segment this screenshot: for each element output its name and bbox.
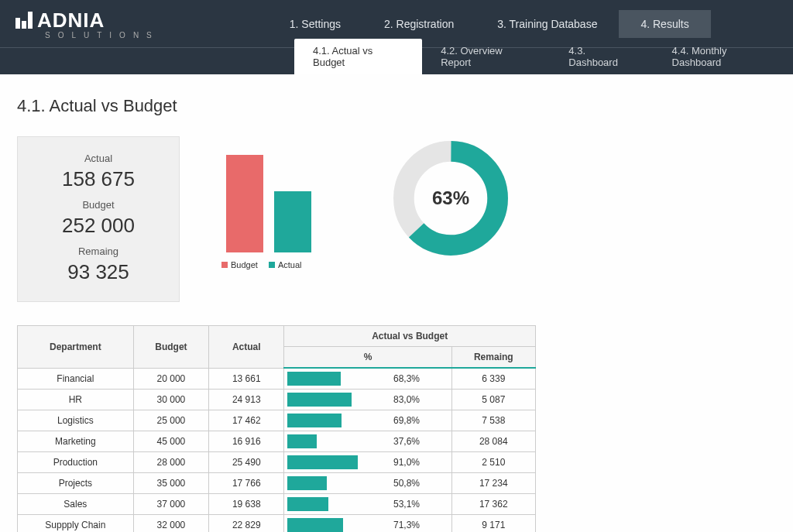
main-nav: 1. Settings 2. Registration 3. Training … bbox=[268, 10, 711, 38]
sub-nav: 4.1. Actual vs Budget 4.2. Overview Repo… bbox=[0, 48, 793, 74]
bar-budget bbox=[226, 155, 263, 252]
cell-budget: 32 000 bbox=[133, 515, 208, 533]
budget-label: Budget bbox=[18, 199, 179, 211]
cell-pct: 53,1% bbox=[284, 494, 451, 515]
donut-label: 63% bbox=[432, 187, 469, 209]
cell-remaining: 17 362 bbox=[451, 494, 535, 515]
th-pct: % bbox=[284, 347, 451, 369]
cell-actual: 17 766 bbox=[209, 473, 284, 494]
cell-budget: 30 000 bbox=[133, 390, 208, 410]
cell-pct: 50,8% bbox=[284, 473, 451, 494]
cell-remaining: 6 339 bbox=[451, 368, 535, 390]
table-row: Projects35 00017 76650,8%17 234 bbox=[18, 473, 536, 494]
cell-department: Projects bbox=[18, 473, 134, 494]
legend-swatch-budget bbox=[221, 262, 228, 268]
th-avb: Actual vs Budget bbox=[284, 326, 536, 347]
cell-remaining: 7 538 bbox=[451, 410, 535, 431]
cell-pct: 68,3% bbox=[284, 368, 451, 390]
cell-department: HR bbox=[18, 390, 134, 410]
logo-subtitle: SOLUTIONS bbox=[45, 31, 160, 39]
cell-pct: 71,3% bbox=[284, 515, 451, 533]
tab-dashboard[interactable]: 4.3. Dashboard bbox=[550, 39, 653, 74]
cell-department: Suppply Chain bbox=[18, 515, 134, 533]
actual-label: Actual bbox=[18, 153, 179, 164]
bar-chart: Budget Actual bbox=[203, 136, 358, 269]
table-row: Production28 00025 49091,0%2 510 bbox=[18, 452, 536, 473]
legend-budget-label: Budget bbox=[231, 260, 258, 269]
cell-pct: 91,0% bbox=[284, 452, 451, 473]
table-row: Sales37 00019 63853,1%17 362 bbox=[18, 494, 536, 515]
legend-budget: Budget bbox=[221, 260, 258, 269]
cell-department: Production bbox=[18, 452, 134, 473]
legend-actual: Actual bbox=[269, 260, 302, 269]
nav-training-database[interactable]: 3. Training Database bbox=[475, 10, 619, 38]
logo: ADNIA SOLUTIONS bbox=[15, 9, 160, 39]
cell-actual: 16 916 bbox=[209, 431, 284, 452]
table-row: Logistics25 00017 46269,8%7 538 bbox=[18, 410, 536, 431]
budget-value: 252 000 bbox=[18, 214, 179, 238]
cell-budget: 28 000 bbox=[133, 452, 208, 473]
logo-icon bbox=[15, 12, 33, 29]
cell-budget: 20 000 bbox=[133, 368, 208, 390]
remaining-label: Remaing bbox=[18, 245, 179, 257]
table-row: Marketing45 00016 91637,6%28 084 bbox=[18, 431, 536, 452]
cell-pct: 69,8% bbox=[284, 410, 451, 431]
page-title: 4.1. Actual vs Budget bbox=[17, 96, 776, 116]
th-remaining: Remaing bbox=[451, 347, 535, 369]
cell-department: Sales bbox=[18, 494, 134, 515]
cell-remaining: 28 084 bbox=[451, 431, 535, 452]
cell-actual: 24 913 bbox=[209, 390, 284, 410]
table-row: Financial20 00013 66168,3%6 339 bbox=[18, 368, 536, 390]
legend-actual-label: Actual bbox=[278, 260, 302, 269]
cell-actual: 22 829 bbox=[209, 515, 284, 533]
nav-registration[interactable]: 2. Registration bbox=[362, 10, 475, 38]
cell-remaining: 5 087 bbox=[451, 390, 535, 410]
actual-value: 158 675 bbox=[18, 167, 179, 191]
th-actual: Actual bbox=[209, 326, 284, 369]
nav-settings[interactable]: 1. Settings bbox=[268, 10, 362, 38]
data-table: Department Budget Actual Actual vs Budge… bbox=[17, 325, 536, 532]
cell-department: Logistics bbox=[18, 410, 134, 431]
nav-results[interactable]: 4. Results bbox=[619, 10, 710, 38]
cell-actual: 25 490 bbox=[209, 452, 284, 473]
summary-card: Actual 158 675 Budget 252 000 Remaing 93… bbox=[17, 136, 180, 302]
cell-remaining: 9 171 bbox=[451, 515, 535, 533]
cell-remaining: 17 234 bbox=[451, 473, 535, 494]
cell-actual: 17 462 bbox=[209, 410, 284, 431]
legend-swatch-actual bbox=[269, 262, 275, 268]
cell-pct: 37,6% bbox=[284, 431, 451, 452]
cell-actual: 13 661 bbox=[209, 368, 284, 390]
bar-actual bbox=[274, 191, 311, 252]
table-row: HR30 00024 91383,0%5 087 bbox=[18, 390, 536, 410]
table-row: Suppply Chain32 00022 82971,3%9 171 bbox=[18, 515, 536, 533]
cell-budget: 25 000 bbox=[133, 410, 208, 431]
tab-monthly-dashboard[interactable]: 4.4. Monthly Dashboard bbox=[654, 39, 793, 74]
cell-budget: 35 000 bbox=[133, 473, 208, 494]
th-budget: Budget bbox=[133, 326, 208, 369]
bar-legend: Budget Actual bbox=[203, 260, 358, 269]
donut-chart: 63% bbox=[381, 136, 520, 260]
remaining-value: 93 325 bbox=[18, 260, 179, 284]
cell-department: Marketing bbox=[18, 431, 134, 452]
cell-budget: 45 000 bbox=[133, 431, 208, 452]
tab-overview-report[interactable]: 4.2. Overview Report bbox=[422, 39, 550, 74]
cell-budget: 37 000 bbox=[133, 494, 208, 515]
cell-department: Financial bbox=[18, 368, 134, 390]
th-department: Department bbox=[18, 326, 134, 369]
page-content: 4.1. Actual vs Budget Actual 158 675 Bud… bbox=[0, 74, 793, 532]
cell-actual: 19 638 bbox=[209, 494, 284, 515]
cell-pct: 83,0% bbox=[284, 390, 451, 410]
summary-row: Actual 158 675 Budget 252 000 Remaing 93… bbox=[17, 136, 776, 302]
tab-actual-vs-budget[interactable]: 4.1. Actual vs Budget bbox=[294, 39, 422, 74]
logo-name: ADNIA bbox=[37, 9, 105, 33]
cell-remaining: 2 510 bbox=[451, 452, 535, 473]
